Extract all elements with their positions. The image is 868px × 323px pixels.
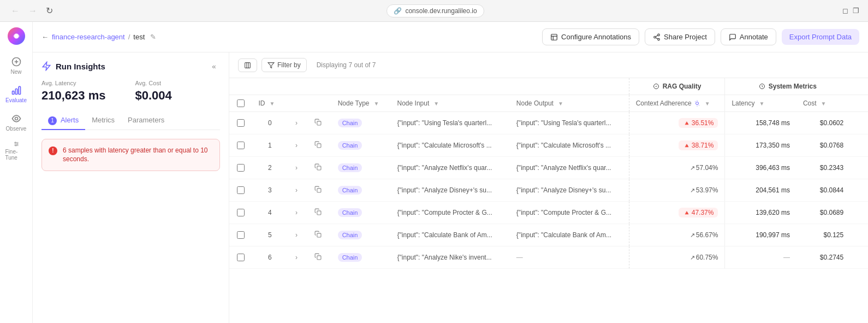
row-3-copy[interactable]: [307, 179, 331, 202]
sidebar-item-observe[interactable]: Observe: [3, 109, 29, 136]
select-all-checkbox[interactable]: [237, 99, 245, 107]
row-0-checkbox-cell[interactable]: [229, 112, 252, 134]
annotate-button[interactable]: Annotate: [721, 28, 776, 45]
row-1-checkbox-cell[interactable]: [229, 134, 252, 157]
th-node-type[interactable]: Node Type▼: [331, 95, 391, 112]
row-5-checkbox-cell[interactable]: [229, 224, 252, 246]
row-0-checkbox[interactable]: [237, 119, 245, 127]
breadcrumb-project-link[interactable]: finance-research-agent: [52, 33, 125, 41]
browser-fullscreen-icon[interactable]: ❐: [853, 7, 859, 15]
row-5-expand-button[interactable]: ›: [294, 230, 299, 240]
row-5-copy[interactable]: [307, 224, 331, 246]
share-project-button[interactable]: Share Project: [645, 28, 715, 45]
sidebar-item-new[interactable]: New: [3, 52, 29, 79]
collapse-panel-button[interactable]: «: [212, 62, 220, 71]
columns-button[interactable]: [238, 58, 257, 72]
back-button[interactable]: ←: [9, 4, 22, 18]
type-sort-icon[interactable]: ▼: [373, 101, 379, 107]
sidebar-item-evaluate-label: Evaluate: [5, 97, 27, 103]
th-node-output[interactable]: Node Output▼: [510, 95, 629, 112]
row-1-copy[interactable]: [307, 134, 331, 157]
row-4-copy-button[interactable]: [313, 207, 323, 218]
tab-parameters[interactable]: Parameters: [121, 111, 171, 130]
row-0-id: 0: [252, 112, 288, 134]
topbar-left: ← finance-research-agent / test ✎: [41, 33, 156, 41]
row-4-expand-button[interactable]: ›: [294, 208, 299, 218]
row-1-expand[interactable]: ›: [288, 134, 307, 157]
row-6-copy[interactable]: [307, 246, 331, 269]
row-1-checkbox[interactable]: [237, 142, 245, 149]
row-4-expand[interactable]: ›: [288, 202, 307, 224]
row-5-context-value: ↗56.67%: [690, 231, 718, 239]
forward-button[interactable]: →: [26, 4, 39, 18]
row-5-copy-button[interactable]: [313, 230, 323, 240]
cost-sort-icon[interactable]: ▼: [821, 101, 827, 107]
filter-button[interactable]: Filter by: [261, 58, 307, 72]
row-4-copy[interactable]: [307, 202, 331, 224]
th-expand: [288, 95, 307, 112]
th-node-input[interactable]: Node Input▼: [391, 95, 510, 112]
row-2-type: Chain: [331, 157, 391, 179]
row-6-checkbox[interactable]: [237, 254, 245, 261]
browser-url-bar[interactable]: 🔗 console.dev.rungalileo.io: [387, 4, 484, 17]
context-sort-icon[interactable]: ▼: [705, 101, 710, 107]
tab-metrics[interactable]: Metrics: [85, 111, 121, 130]
tab-alerts[interactable]: 1 Alerts: [41, 111, 85, 130]
id-column-label: ID: [258, 99, 265, 107]
row-4-checkbox[interactable]: [237, 209, 245, 216]
th-checkbox[interactable]: [229, 95, 252, 112]
row-3-expand-button[interactable]: ›: [294, 185, 299, 195]
table-row: 6 › Chain {"input": "Analyze Nike's inve…: [229, 246, 868, 269]
row-3-expand[interactable]: ›: [288, 179, 307, 202]
row-6-copy-button[interactable]: [313, 252, 323, 263]
row-2-copy-button[interactable]: [313, 162, 323, 173]
row-2-expand[interactable]: ›: [288, 157, 307, 179]
row-4-latency-value: 139,620 ms: [756, 209, 790, 216]
latency-sort-icon[interactable]: ▼: [759, 101, 764, 107]
row-6-expand[interactable]: ›: [288, 246, 307, 269]
row-2-expand-button[interactable]: ›: [294, 163, 299, 173]
th-cost[interactable]: Cost▼: [796, 95, 850, 112]
row-6-context-adherence: ↗60.75%: [629, 246, 725, 269]
row-0-copy-button[interactable]: [313, 118, 323, 128]
input-sort-icon[interactable]: ▼: [433, 101, 439, 107]
row-5-expand[interactable]: ›: [288, 224, 307, 246]
th-id[interactable]: ID▼: [252, 95, 288, 112]
export-prompt-data-button[interactable]: Export Prompt Data: [782, 29, 859, 45]
th-latency[interactable]: Latency▼: [725, 95, 796, 112]
id-sort-icon[interactable]: ▼: [269, 101, 275, 107]
th-extra: [850, 78, 868, 95]
row-3-checkbox-cell[interactable]: [229, 179, 252, 202]
row-1-copy-button[interactable]: [313, 140, 323, 151]
th-select-all: [229, 78, 252, 95]
table-row: 4 › Chain {"input": "Compute Procter & G…: [229, 202, 868, 224]
breadcrumb-back-arrow[interactable]: ←: [41, 33, 49, 41]
browser-action-icon[interactable]: ◻: [842, 7, 848, 15]
row-5-type: Chain: [331, 224, 391, 246]
reload-button[interactable]: ↻: [44, 3, 55, 18]
row-3-checkbox[interactable]: [237, 186, 245, 194]
sidebar-item-finetune[interactable]: Fine-Tune: [3, 138, 29, 164]
row-0-expand-button[interactable]: ›: [294, 118, 299, 128]
sidebar-item-finetune-label: Fine-Tune: [5, 149, 27, 161]
breadcrumb-edit-icon[interactable]: ✎: [150, 33, 156, 41]
row-4-checkbox-cell[interactable]: [229, 202, 252, 224]
row-1-expand-button[interactable]: ›: [294, 140, 299, 150]
row-0-expand[interactable]: ›: [288, 112, 307, 134]
row-5-input-text: {"input": "Calculate Bank of Am...: [397, 231, 496, 239]
configure-annotations-button[interactable]: Configure Annotations: [542, 28, 639, 45]
row-6-checkbox-cell[interactable]: [229, 246, 252, 269]
row-3-copy-button[interactable]: [313, 185, 323, 196]
context-filter-icon[interactable]: [694, 100, 700, 107]
row-5-checkbox[interactable]: [237, 231, 245, 239]
th-context-adherence[interactable]: Context Adherence ▼: [629, 95, 725, 112]
row-2-checkbox[interactable]: [237, 164, 245, 172]
system-metrics-group-label: System Metrics: [769, 83, 817, 90]
output-sort-icon[interactable]: ▼: [558, 101, 563, 107]
row-0-copy[interactable]: [307, 112, 331, 134]
row-3-cost-value: $0.0844: [820, 186, 843, 194]
row-6-expand-button[interactable]: ›: [294, 252, 299, 262]
sidebar-item-evaluate[interactable]: Evaluate: [3, 81, 29, 107]
row-2-copy[interactable]: [307, 157, 331, 179]
row-2-checkbox-cell[interactable]: [229, 157, 252, 179]
